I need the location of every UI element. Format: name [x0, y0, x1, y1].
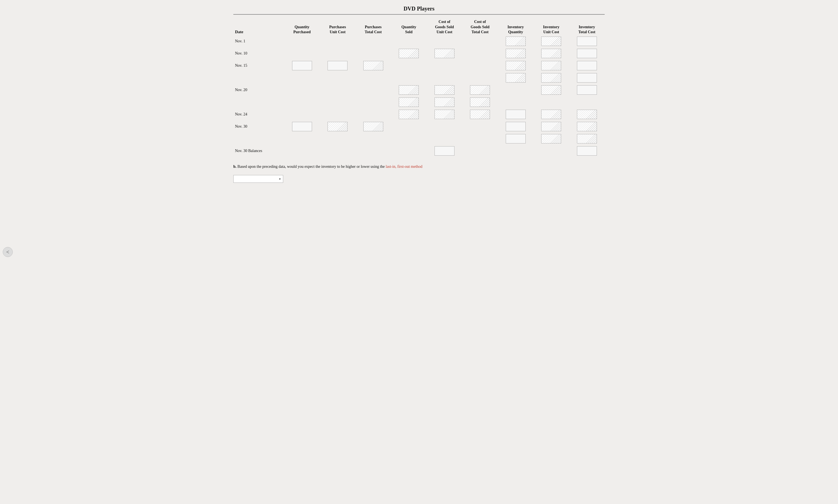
input-box-r1-c8[interactable]: [577, 49, 597, 58]
input-box-r7-c0[interactable]: [292, 122, 312, 131]
input-box-r3-c7[interactable]: [541, 73, 561, 83]
input-box-r4-c4[interactable]: [435, 85, 454, 95]
cell-r8-c8: [569, 133, 605, 145]
input-box-r9-c4[interactable]: [435, 146, 454, 156]
input-box-r2-c6[interactable]: [506, 61, 526, 70]
input-box-r0-c7[interactable]: [541, 37, 561, 46]
cell-r4-c8: [569, 84, 605, 96]
cell-r0-c0: [284, 35, 320, 47]
cell-r9-c8: [569, 145, 605, 157]
table-row: Nov. 20: [233, 84, 605, 96]
cell-r4-c5: [462, 84, 498, 96]
date-col-header: Date: [233, 24, 284, 35]
cell-r7-c2: [355, 121, 391, 133]
input-box-r8-c6[interactable]: [506, 134, 526, 143]
input-box-r2-c0[interactable]: [292, 61, 312, 70]
unit-cost-header: PurchasesUnit Cost: [320, 24, 355, 35]
input-box-r7-c6[interactable]: [506, 122, 526, 131]
input-box-r6-c5[interactable]: [470, 110, 490, 119]
input-box-r6-c3[interactable]: [399, 110, 419, 119]
goods-sold-uc-header: Goods SoldUnit Cost: [426, 24, 462, 35]
nav-left-button[interactable]: <: [3, 247, 13, 257]
date-cell-5: [233, 96, 284, 108]
note-b-link[interactable]: last-in, first-out method: [386, 164, 423, 169]
input-box-r4-c7[interactable]: [541, 85, 561, 95]
cell-r0-c2: [355, 35, 391, 47]
chevron-left-icon: <: [6, 249, 9, 255]
table-row: Nov. 24: [233, 108, 605, 121]
input-box-r0-c6[interactable]: [506, 37, 526, 46]
input-box-r2-c8[interactable]: [577, 61, 597, 70]
page-wrapper: DVD Players Cost of Cost of Date: [225, 0, 613, 194]
qty-sold-header-blank: [391, 20, 426, 24]
input-box-r6-c4[interactable]: [435, 110, 454, 119]
cell-r4-c7: [534, 84, 569, 96]
inventory-table: Cost of Cost of Date QuantityPurchased P…: [233, 20, 605, 157]
cell-r8-c3: [391, 133, 426, 145]
purchases-header: [284, 20, 391, 24]
input-box-r1-c4[interactable]: [435, 49, 454, 58]
cell-r6-c7: [534, 108, 569, 121]
input-box-r6-c6[interactable]: [506, 110, 526, 119]
cell-r9-c6: [498, 145, 533, 157]
input-box-r3-c8[interactable]: [577, 73, 597, 83]
goods-sold-tc-header: Goods SoldTotal Cost: [462, 24, 498, 35]
table-row: [233, 133, 605, 145]
input-box-r7-c8[interactable]: [577, 122, 597, 131]
inv-qty-header: InventoryQuantity: [498, 24, 533, 35]
date-cell-7: Nov. 30: [233, 121, 284, 133]
input-box-r2-c2[interactable]: [363, 61, 383, 70]
input-box-r1-c6[interactable]: [506, 49, 526, 58]
cell-r8-c1: [320, 133, 355, 145]
input-box-r1-c7[interactable]: [541, 49, 561, 58]
input-box-r7-c7[interactable]: [541, 122, 561, 131]
cell-r5-c4: [426, 96, 462, 108]
input-box-r5-c4[interactable]: [435, 97, 454, 107]
input-box-r8-c8[interactable]: [577, 134, 597, 143]
cell-r0-c6: [498, 35, 533, 47]
cell-r1-c3: [391, 47, 426, 59]
qty-sold-header: QuantitySold: [391, 24, 426, 35]
cell-r5-c5: [462, 96, 498, 108]
input-box-r9-c8[interactable]: [577, 146, 597, 156]
input-box-r8-c7[interactable]: [541, 134, 561, 143]
note-b-label: b.: [233, 164, 237, 169]
input-box-r6-c7[interactable]: [541, 110, 561, 119]
cell-r2-c1: [320, 59, 355, 72]
input-box-r1-c3[interactable]: [399, 49, 419, 58]
cell-r7-c6: [498, 121, 533, 133]
input-box-r5-c3[interactable]: [399, 97, 419, 107]
cell-r6-c1: [320, 108, 355, 121]
cell-r7-c7: [534, 121, 569, 133]
input-box-r5-c5[interactable]: [470, 97, 490, 107]
cell-r6-c2: [355, 108, 391, 121]
cost-of-header-1: Cost of: [426, 20, 462, 24]
input-box-r4-c5[interactable]: [470, 85, 490, 95]
input-box-r7-c1[interactable]: [328, 122, 348, 131]
dropdown-arrow-icon: ▼: [279, 177, 281, 180]
cell-r7-c4: [426, 121, 462, 133]
table-row: Nov. 30: [233, 121, 605, 133]
input-box-r0-c8[interactable]: [577, 37, 597, 46]
input-box-r6-c8[interactable]: [577, 110, 597, 119]
input-box-r3-c6[interactable]: [506, 73, 526, 83]
cell-r0-c5: [462, 35, 498, 47]
cell-r0-c8: [569, 35, 605, 47]
input-box-r2-c7[interactable]: [541, 61, 561, 70]
table-row: Nov. 1: [233, 35, 605, 47]
cell-r6-c3: [391, 108, 426, 121]
cell-r0-c4: [426, 35, 462, 47]
input-box-r4-c3[interactable]: [399, 85, 419, 95]
cell-r4-c0: [284, 84, 320, 96]
input-box-r7-c2[interactable]: [363, 122, 383, 131]
table-row: [233, 72, 605, 84]
cell-r1-c7: [534, 47, 569, 59]
input-box-r4-c8[interactable]: [577, 85, 597, 95]
date-cell-3: [233, 72, 284, 84]
cell-r2-c7: [534, 59, 569, 72]
cell-r9-c5: [462, 145, 498, 157]
cell-r0-c3: [391, 35, 426, 47]
cell-r2-c6: [498, 59, 533, 72]
answer-dropdown[interactable]: ▼: [233, 175, 283, 183]
input-box-r2-c1[interactable]: [328, 61, 348, 70]
